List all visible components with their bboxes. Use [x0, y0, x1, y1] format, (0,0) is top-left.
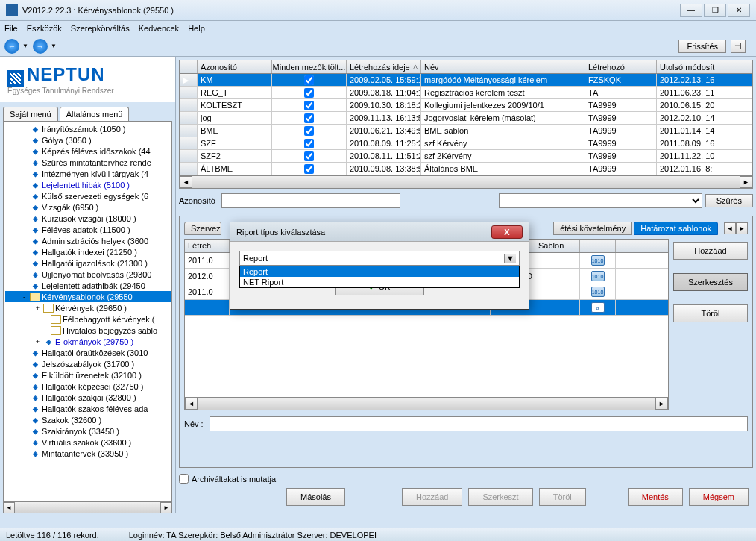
expand-icon[interactable]: + — [34, 304, 42, 312]
expand-icon[interactable]: - — [20, 293, 28, 301]
tree-item[interactable]: ◈Gólya (3050 ) — [5, 134, 171, 146]
tab-own-menu[interactable]: Saját menü — [3, 107, 58, 121]
save-button[interactable]: Mentés — [628, 488, 683, 506]
row-checkbox[interactable] — [304, 101, 314, 110]
tree-item[interactable]: ◈Ujjlenyomat beolvasás (29300 — [5, 269, 171, 280]
combo-dropdown[interactable]: Report NET Riport — [239, 266, 520, 288]
tree-item[interactable]: ◈Elküldött üzenetek (32100 ) — [5, 369, 171, 381]
delete-button[interactable]: Töröl — [539, 488, 586, 506]
main-grid[interactable]: Azonosító Minden mezőkitölt... Létrehozá… — [179, 60, 753, 189]
sidebar-hscroll[interactable]: ◄ ► — [3, 501, 172, 513]
chevron-down-icon[interactable]: ▼ — [504, 254, 516, 263]
close-button[interactable]: ✕ — [728, 4, 750, 17]
tree-item[interactable]: ◈Virtuális szakok (33600 ) — [5, 437, 171, 448]
tree-item[interactable]: ◈Szakok (32600 ) — [5, 414, 171, 425]
tree-item[interactable]: ◈Vizsgák (6950 ) — [5, 201, 171, 213]
table-row[interactable]: KOLTESZT2009.10.30. 18:18:2Kollegiumi je… — [180, 99, 752, 112]
scroll-left-button[interactable]: ◄ — [180, 176, 192, 188]
tree-item[interactable]: Hivatalos bejegyzés sablo — [5, 325, 171, 336]
tab-general-menu[interactable]: Általános menü — [60, 107, 130, 121]
pin-button[interactable]: ⊣ — [731, 40, 746, 53]
maximize-button[interactable]: ❐ — [704, 4, 726, 17]
menu-tools[interactable]: Eszközök — [27, 24, 62, 33]
menu-file[interactable]: File — [4, 24, 18, 33]
tab-nav-right[interactable]: ► — [736, 222, 748, 234]
minimize-button[interactable]: — — [680, 4, 702, 17]
menu-help[interactable]: Help — [188, 24, 205, 33]
tree-item[interactable]: ◈Lejelentett hibák (5100 ) — [5, 179, 171, 190]
scroll-right-button[interactable]: ► — [740, 176, 752, 188]
row-checkbox[interactable] — [304, 75, 314, 85]
tab-nav-left[interactable]: ◄ — [724, 222, 736, 234]
refresh-button[interactable]: Frissítés — [678, 40, 726, 53]
edit-button[interactable]: Szerkeszt — [468, 488, 532, 506]
tree-item[interactable]: ◈Intézményen kívüli tárgyak (4 — [5, 168, 171, 179]
tree-view[interactable]: ◈Irányítószámok (1050 )◈Gólya (3050 )◈Ké… — [3, 121, 172, 501]
subcol-icon[interactable] — [580, 240, 616, 252]
col-minden[interactable]: Minden mezőkitölt... — [272, 60, 347, 73]
lower-tab-kovetelmeny[interactable]: étési követelmény — [553, 222, 632, 235]
tree-item[interactable]: -Kérvénysablonok (29550 — [5, 291, 171, 302]
table-row[interactable]: SZF22010.08.11. 11:51:2szf 2KérvényTA999… — [180, 150, 752, 163]
tree-item[interactable]: ◈Mintatantervek (33950 ) — [5, 448, 171, 459]
delete-template-button[interactable]: Töröl — [673, 304, 748, 322]
row-checkbox[interactable] — [304, 126, 314, 136]
combo-option-netriport[interactable]: NET Riport — [240, 277, 519, 287]
tree-item[interactable]: ◈Kurzusok vizsgái (18000 ) — [5, 213, 171, 224]
tree-item[interactable]: ◈Hallgatók indexei (21250 ) — [5, 246, 171, 257]
tree-item[interactable]: ◈Adminisztrációs helyek (3600 — [5, 235, 171, 246]
scroll-right-button[interactable]: ► — [655, 398, 668, 410]
filter-input[interactable] — [221, 193, 400, 208]
subcol-sablon[interactable]: Sablon — [535, 240, 580, 252]
document-icon[interactable]: 1010 — [591, 271, 605, 281]
tree-item[interactable]: ◈Szakirányok (33450 ) — [5, 425, 171, 437]
tree-item[interactable]: ◈Szűrés mintatantervhez rende — [5, 157, 171, 168]
subgrid-hscroll[interactable]: ◄ ► — [185, 397, 668, 410]
nav-forward-dropdown[interactable]: ▼ — [51, 43, 57, 49]
filter-button[interactable]: Szűrés — [705, 194, 753, 207]
dialog-close-button[interactable]: X — [491, 225, 523, 239]
table-row[interactable]: REG_T2009.08.18. 11:04:1Regisztrációs ké… — [180, 87, 752, 99]
archive-checkbox[interactable] — [179, 474, 189, 484]
tree-item[interactable]: ◈Hallgatói óraütközések (3010 — [5, 347, 171, 358]
tree-item[interactable]: ◈Hallgatói igazolások (21300 ) — [5, 257, 171, 269]
tree-item[interactable]: ◈Hallgatók szakos féléves ada — [5, 403, 171, 414]
nav-back-button[interactable]: ← — [4, 39, 19, 54]
scroll-left-button[interactable]: ◄ — [3, 502, 15, 513]
row-checkbox[interactable] — [304, 151, 314, 161]
tree-item[interactable]: ◈Képzés féléves időszakok (44 — [5, 146, 171, 157]
scroll-left-button[interactable]: ◄ — [185, 398, 198, 410]
row-checkbox[interactable] — [304, 164, 314, 174]
table-row[interactable]: SZF2010.08.09. 11:25:2szf KérvényTA99992… — [180, 137, 752, 150]
table-row[interactable]: jog2009.11.13. 16:13:5Jogorvoslati kérel… — [180, 112, 752, 125]
add-button[interactable]: Hozzáad — [402, 488, 462, 506]
document-icon[interactable]: 1010 — [591, 287, 605, 297]
grid-hscroll[interactable]: ◄ ► — [180, 175, 752, 188]
expand-icon[interactable]: + — [34, 338, 42, 345]
lower-tab-hatarozat[interactable]: Határozat sablonok — [634, 222, 718, 235]
row-checkbox[interactable] — [304, 139, 314, 148]
col-letrehozas[interactable]: Létrehozás ideje△ — [347, 60, 421, 73]
col-azonosito[interactable]: Azonosító — [198, 60, 272, 73]
table-row[interactable]: ▶KM2009.02.05. 15:59:1margóóóó Méltányos… — [180, 74, 752, 87]
tree-item[interactable]: +◈E-okmányok (29750 ) — [5, 336, 171, 347]
menu-roleswitch[interactable]: Szerepkörváltás — [71, 24, 130, 33]
edit-template-button[interactable]: Szerkesztés — [673, 273, 748, 291]
menu-favorites[interactable]: Kedvencek — [139, 24, 179, 33]
tree-item[interactable]: ◈Jelszószabályok (31700 ) — [5, 358, 171, 369]
page-icon[interactable]: a — [591, 302, 605, 313]
add-template-button[interactable]: Hozzáad — [673, 242, 748, 260]
tree-item[interactable]: +Kérvények (29650 ) — [5, 302, 171, 313]
tree-item[interactable]: Félbehagyott kérvények ( — [5, 313, 171, 325]
subcol-date[interactable]: Létreh — [185, 240, 230, 252]
row-checkbox[interactable] — [304, 88, 314, 98]
cancel-button[interactable]: Mégsem — [689, 488, 749, 506]
table-row[interactable]: BME2010.06.21. 13:49:5BME sablonTA999920… — [180, 125, 752, 137]
tree-item[interactable]: ◈Külső szervezeti egységek (6 — [5, 190, 171, 201]
col-nev[interactable]: Név — [421, 60, 585, 73]
filter-select[interactable] — [499, 193, 702, 208]
dialog-titlebar[interactable]: Riport típus kiválasztása X — [230, 222, 529, 242]
scroll-right-button[interactable]: ► — [160, 502, 172, 513]
name-input[interactable] — [210, 416, 748, 431]
col-modositas[interactable]: Utolsó módosít — [657, 60, 728, 73]
